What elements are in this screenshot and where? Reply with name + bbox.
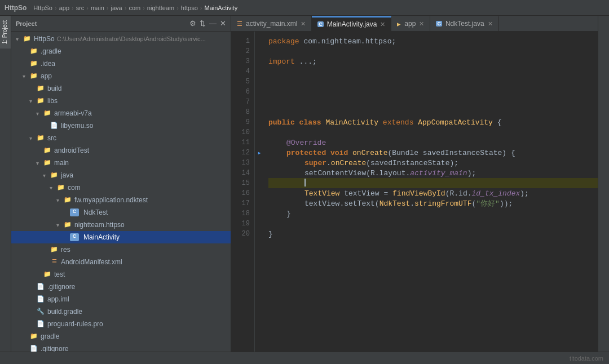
line-num-18: 18 — [231, 208, 254, 219]
line-num-6: 6 — [231, 87, 254, 97]
breadcrumb-src: src — [76, 5, 85, 11]
breadcrumb-httpso: HttpSo — [33, 5, 52, 11]
label-build-gradle-app: build.gradle — [47, 308, 82, 316]
tree-item-httpso[interactable]: 📁 HttpSo C:\Users\Administrator\Desktop\… — [11, 33, 231, 45]
tree-item-nightteam[interactable]: 📁 nightteam.httpso — [11, 219, 231, 231]
line-num-16: 16 — [231, 188, 254, 198]
tree-item-libyemu[interactable]: 📄 libyemu.so — [11, 119, 231, 132]
gutter: ▸ — [255, 32, 264, 352]
gutter-11 — [255, 137, 264, 148]
gutter-18 — [255, 208, 264, 219]
icon-mainactivity: C — [70, 233, 79, 241]
label-androidtest: androidTest — [54, 147, 89, 154]
breadcrumb-httpso-pkg: httpso — [181, 5, 198, 11]
arrow-main — [36, 160, 43, 166]
tab-close-main-activity[interactable]: ✕ — [380, 21, 385, 28]
breadcrumb-java: java — [111, 5, 122, 11]
folder-icon-armeabi: 📁 — [43, 109, 52, 117]
folder-icon-res: 📁 — [50, 246, 59, 254]
tab-main-activity[interactable]: C MainActivity.java ✕ — [312, 16, 391, 31]
code-line-18: } — [268, 208, 598, 219]
sidebar-btn-menu[interactable]: — — [209, 19, 217, 28]
tree-item-gitignore-app[interactable]: 📄 .gitignore — [11, 281, 231, 293]
tree-item-fw-myapp[interactable]: 📁 fw.myapplication.ndktest — [11, 194, 231, 206]
tree-item-mainactivity[interactable]: C MainActivity — [11, 231, 231, 243]
arrow-httpso — [16, 36, 23, 42]
tree-item-gradle-root[interactable]: 📁 gradle — [11, 330, 231, 343]
sidebar-btn-close[interactable]: ✕ — [220, 19, 226, 28]
tab-icon-ndktest: C — [436, 21, 442, 26]
label-fw-myapp: fw.myapplication.ndktest — [74, 196, 148, 204]
gutter-2 — [255, 46, 264, 56]
tab-activity-main[interactable]: ☰ activity_main.xml ✕ — [231, 16, 312, 31]
tree-item-java[interactable]: 📁 java — [11, 169, 231, 181]
tree-item-idea[interactable]: 📁 .idea — [11, 57, 231, 70]
code-line-3: import ...; — [268, 56, 598, 66]
folder-icon-libs: 📁 — [36, 97, 45, 105]
tab-icon-app: ▸ — [397, 20, 401, 28]
tree-item-build[interactable]: 📁 build — [11, 82, 231, 95]
icon-proguard: 📄 — [36, 320, 45, 328]
tree-item-src[interactable]: 📁 src — [11, 132, 231, 144]
code-line-20: } — [268, 229, 598, 239]
tree-item-main[interactable]: 📁 main — [11, 157, 231, 169]
sidebar-btn-sort[interactable]: ⇅ — [200, 19, 206, 28]
main-layout: 1: Project Project ⚙ ⇅ — ✕ 📁 HttpSo C:\U… — [0, 16, 609, 352]
tab-close-ndk-test[interactable]: ✕ — [488, 20, 493, 28]
line-num-5: 5 — [231, 77, 254, 87]
tab-close-activity-main[interactable]: ✕ — [301, 20, 306, 28]
label-mainactivity: MainActivity — [83, 233, 120, 241]
code-line-6 — [268, 87, 598, 97]
tree-item-gitignore-root[interactable]: 📄 .gitignore — [11, 343, 231, 352]
code-line-1: package com.nightteam.httpso; — [268, 36, 598, 46]
tree-item-build-gradle-app[interactable]: 🔧 build.gradle — [11, 305, 231, 318]
label-com: com — [68, 184, 81, 192]
folder-icon-nightteam: 📁 — [63, 221, 72, 229]
label-gitignore-app: .gitignore — [47, 283, 75, 291]
tab-close-app[interactable]: ✕ — [419, 20, 424, 28]
tree-item-androidtest[interactable]: 📁 androidTest — [11, 144, 231, 157]
tree-item-app-iml[interactable]: 📄 app.iml — [11, 293, 231, 305]
code-line-8 — [268, 107, 598, 117]
arrow-fw-myapp — [56, 197, 63, 203]
code-content[interactable]: package com.nightteam.httpso; import ...… — [264, 32, 598, 352]
folder-icon-app: 📁 — [29, 72, 38, 80]
line-num-20: 20 — [231, 229, 254, 239]
project-tree: 📁 HttpSo C:\Users\Administrator\Desktop\… — [11, 32, 231, 352]
tree-item-com[interactable]: 📁 com — [11, 181, 231, 194]
tab-bar: ☰ activity_main.xml ✕ C MainActivity.jav… — [231, 16, 598, 32]
code-line-9: public class MainActivity extends AppCom… — [268, 117, 598, 127]
tree-item-ndktest[interactable]: C NdkTest — [11, 206, 231, 219]
tree-item-res[interactable]: 📁 res — [11, 243, 231, 256]
tab-label-app: app — [404, 20, 416, 28]
tab-app[interactable]: ▸ app ✕ — [391, 16, 430, 31]
line-num-12: 12 — [231, 148, 254, 158]
tree-item-gradle-hidden[interactable]: 📁 .gradle — [11, 45, 231, 57]
gutter-6 — [255, 87, 264, 97]
tree-item-armeabi[interactable]: 📁 armeabi-v7a — [11, 107, 231, 119]
line-num-13: 13 — [231, 158, 254, 168]
icon-app-iml: 📄 — [36, 295, 45, 303]
folder-icon-java: 📁 — [50, 171, 59, 179]
tree-item-app[interactable]: 📁 app — [11, 70, 231, 82]
gutter-20 — [255, 229, 264, 239]
tree-item-manifest[interactable]: ☰ AndroidManifest.xml — [11, 256, 231, 268]
tree-item-libs[interactable]: 📁 libs — [11, 95, 231, 107]
code-line-19 — [268, 219, 598, 229]
icon-gitignore-app: 📄 — [36, 283, 45, 291]
folder-icon-main: 📁 — [43, 159, 52, 167]
label-libs: libs — [47, 97, 58, 105]
code-line-12: protected void onCreate (Bundle savedIns… — [268, 148, 598, 158]
line-num-8: 8 — [231, 107, 254, 117]
icon-manifest: ☰ — [50, 258, 59, 266]
gutter-16 — [255, 188, 264, 198]
gutter-10 — [255, 127, 264, 137]
arrow-src — [29, 135, 36, 141]
sidebar-tab-project[interactable]: 1: Project — [0, 16, 11, 48]
sidebar-btn-settings[interactable]: ⚙ — [189, 19, 196, 28]
tree-item-proguard[interactable]: 📄 proguard-rules.pro — [11, 318, 231, 330]
sidebar-actions: ⚙ ⇅ — ✕ — [189, 19, 226, 28]
tab-ndk-test[interactable]: C NdkTest.java ✕ — [430, 16, 498, 31]
tree-item-test[interactable]: 📁 test — [11, 268, 231, 281]
folder-icon-gradle-root: 📁 — [29, 332, 38, 340]
